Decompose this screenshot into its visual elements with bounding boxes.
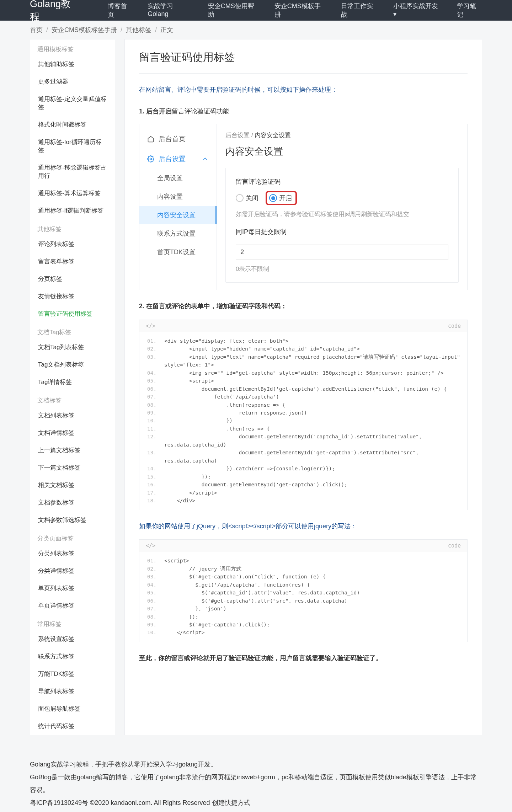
admin-nav-home: 后台首页 bbox=[139, 129, 217, 149]
code-line: 14. }).catch(err =>{console.log(err)}); bbox=[139, 465, 467, 472]
nav-link[interactable]: 安企CMS使用帮助 bbox=[208, 2, 260, 19]
admin-heading: 内容安全设置 bbox=[225, 145, 459, 158]
sidebar: 通用模板标签其他辅助标签更多过滤器通用标签-定义变量赋值标签格式化时间戳标签通用… bbox=[30, 39, 115, 735]
footer-line: Golang实战学习教程，手把手教你从零开始深入学习golang开发。 bbox=[30, 758, 482, 771]
code-label: code bbox=[448, 323, 461, 329]
svg-point-0 bbox=[150, 158, 152, 160]
home-icon bbox=[147, 135, 154, 143]
code-line: 06. document.getElementById('get-captcha… bbox=[139, 385, 467, 393]
top-nav: Golang教程 博客首页实战学习Golang安企CMS使用帮助安企CMS模板手… bbox=[0, 0, 512, 21]
content: 留言验证码使用标签 在网站留言、评论中需要开启验证码的时候，可以按如下操作来处理… bbox=[124, 39, 482, 735]
nav-link[interactable]: 实战学习Golang bbox=[148, 2, 193, 19]
admin-bc-1: 后台设置 bbox=[225, 132, 250, 139]
admin-bc-2: 内容安全设置 bbox=[255, 132, 291, 139]
sidebar-item[interactable]: 下一篇文档标签 bbox=[30, 459, 115, 476]
sidebar-item[interactable]: 通用标签-算术运算标签 bbox=[30, 185, 115, 202]
sidebar-section: 文档Tag标签 bbox=[30, 322, 115, 338]
sidebar-item[interactable]: 通用标签-移除逻辑标签占用行 bbox=[30, 159, 115, 185]
page-title: 留言验证码使用标签 bbox=[139, 50, 468, 74]
code-line: 10. }) bbox=[139, 417, 467, 424]
code-line: 18. </div> bbox=[139, 497, 467, 504]
breadcrumb-link[interactable]: 首页 bbox=[30, 26, 43, 33]
nav-link[interactable]: 日常工作实战 bbox=[341, 2, 379, 19]
radio-on-label: 开启 bbox=[279, 194, 292, 202]
sidebar-item[interactable]: 统计代码标签 bbox=[30, 717, 115, 735]
captcha-hint: 如需开启验证码，请参考验证码标签使用js调用刷新验证码和提交 bbox=[236, 210, 448, 218]
code-line: 07. }, 'json') bbox=[139, 605, 467, 613]
sidebar-item[interactable]: 通用标签-定义变量赋值标签 bbox=[30, 90, 115, 116]
radio-off: 关闭 bbox=[236, 194, 258, 202]
code-line: 05. <script> bbox=[139, 377, 467, 385]
sidebar-section: 分类页面标签 bbox=[30, 529, 115, 545]
admin-sub-item: 首页TDK设置 bbox=[139, 243, 217, 261]
ip-limit-hint: 0表示不限制 bbox=[236, 265, 448, 273]
sidebar-item[interactable]: 相关文档标签 bbox=[30, 476, 115, 494]
code-line: 09. return response.json() bbox=[139, 409, 467, 417]
code-line: 15. }); bbox=[139, 473, 467, 481]
sidebar-item[interactable]: 留言表单标签 bbox=[30, 253, 115, 270]
captcha-label: 留言评论验证码 bbox=[236, 177, 448, 186]
sidebar-item[interactable]: 格式化时间戳标签 bbox=[30, 116, 115, 133]
sidebar-item[interactable]: 面包屑导航标签 bbox=[30, 700, 115, 717]
breadcrumb-link[interactable]: 其他标签 bbox=[126, 26, 151, 33]
sidebar-item[interactable]: 系统设置标签 bbox=[30, 630, 115, 648]
sidebar-item[interactable]: 文档参数筛选标签 bbox=[30, 511, 115, 529]
footer-line: GoBlog是一款由golang编写的博客，它使用了golang非常流行的网页框… bbox=[30, 771, 482, 796]
sidebar-item[interactable]: Tag详情标签 bbox=[30, 373, 115, 391]
admin-nav-settings: 后台设置 bbox=[139, 149, 217, 169]
sidebar-item[interactable]: 友情链接标签 bbox=[30, 288, 115, 305]
breadcrumb-link: 正文 bbox=[160, 26, 173, 33]
code-line: 04. <img src="" id="get-captcha" style="… bbox=[139, 369, 467, 377]
admin-sub-item: 全局设置 bbox=[139, 169, 217, 187]
sidebar-item[interactable]: 分类列表标签 bbox=[30, 545, 115, 562]
sidebar-item[interactable]: 文档详情标签 bbox=[30, 424, 115, 442]
code-line: 01.<div style="display: flex; clear: bot… bbox=[139, 337, 467, 345]
ip-limit-input bbox=[236, 245, 448, 260]
sidebar-item[interactable]: 通用标签-if逻辑判断标签 bbox=[30, 202, 115, 219]
nav-items: 博客首页实战学习Golang安企CMS使用帮助安企CMS模板手册日常工作实战小程… bbox=[108, 2, 482, 19]
sidebar-item[interactable]: 分页标签 bbox=[30, 270, 115, 288]
admin-nav-settings-label: 后台设置 bbox=[159, 154, 186, 164]
admin-nav-home-label: 后台首页 bbox=[159, 134, 186, 144]
closing-paragraph: 至此，你的留言或评论就开启了验证码验证功能，用户留言就需要输入验证码验证了。 bbox=[139, 653, 468, 664]
sidebar-item[interactable]: 文档参数标签 bbox=[30, 494, 115, 511]
code-line: 02. // jquery 调用方式 bbox=[139, 565, 467, 573]
sidebar-item[interactable]: 评论列表标签 bbox=[30, 235, 115, 253]
sidebar-item[interactable]: 更多过滤器 bbox=[30, 73, 115, 90]
code-line: 07. fetch('/api/captcha') bbox=[139, 393, 467, 401]
sidebar-item[interactable]: 单页详情标签 bbox=[30, 597, 115, 614]
admin-sub-item: 联系方式设置 bbox=[139, 224, 217, 243]
radio-off-label: 关闭 bbox=[246, 194, 258, 202]
sidebar-item[interactable]: 分类详情标签 bbox=[30, 562, 115, 579]
sidebar-item[interactable]: 导航列表标签 bbox=[30, 683, 115, 700]
nav-link[interactable]: 小程序实战开发 ▾ bbox=[393, 2, 442, 19]
admin-breadcrumb: 后台设置 / 内容安全设置 bbox=[225, 131, 459, 139]
sidebar-item[interactable]: 留言验证码使用标签 bbox=[30, 305, 115, 322]
sidebar-item[interactable]: 通用标签-for循环遍历标签 bbox=[30, 133, 115, 159]
radio-on-highlighted: 开启 bbox=[266, 191, 297, 205]
sidebar-item[interactable]: 万能TDK标签 bbox=[30, 665, 115, 683]
sidebar-item[interactable]: 文档列表标签 bbox=[30, 407, 115, 424]
sidebar-item[interactable]: Tag文档列表标签 bbox=[30, 356, 115, 373]
sidebar-section: 常用标签 bbox=[30, 614, 115, 630]
code-open-tag: </> bbox=[146, 323, 155, 329]
sidebar-item[interactable]: 上一篇文档标签 bbox=[30, 442, 115, 459]
jquery-note: 如果你的网站使用了jQuery，则<script></script>部分可以使用… bbox=[139, 521, 468, 532]
sidebar-item[interactable]: 其他辅助标签 bbox=[30, 55, 115, 73]
sidebar-item[interactable]: 联系方式标签 bbox=[30, 648, 115, 665]
code-line: 16. document.getElementById('get-captcha… bbox=[139, 481, 467, 488]
logo[interactable]: Golang教程 bbox=[30, 0, 79, 23]
admin-main: 后台设置 / 内容安全设置 内容安全设置 留言评论验证码 关闭 开启 bbox=[217, 124, 467, 290]
nav-link[interactable]: 学习笔记 bbox=[457, 2, 482, 19]
radio-on-circle bbox=[269, 194, 277, 202]
code-line: 17. </script> bbox=[139, 489, 467, 497]
breadcrumb-link[interactable]: 安企CMS模板标签手册 bbox=[52, 26, 117, 33]
nav-link[interactable]: 博客首页 bbox=[108, 2, 133, 19]
sidebar-section: 文档标签 bbox=[30, 391, 115, 407]
sidebar-item[interactable]: 文档Tag列表标签 bbox=[30, 338, 115, 356]
sidebar-section: 通用模板标签 bbox=[30, 39, 115, 55]
sidebar-item[interactable]: 单页列表标签 bbox=[30, 579, 115, 597]
code-line: 11. .then(res => { bbox=[139, 425, 467, 433]
nav-link[interactable]: 安企CMS模板手册 bbox=[274, 2, 326, 19]
code-label: code bbox=[448, 543, 461, 549]
